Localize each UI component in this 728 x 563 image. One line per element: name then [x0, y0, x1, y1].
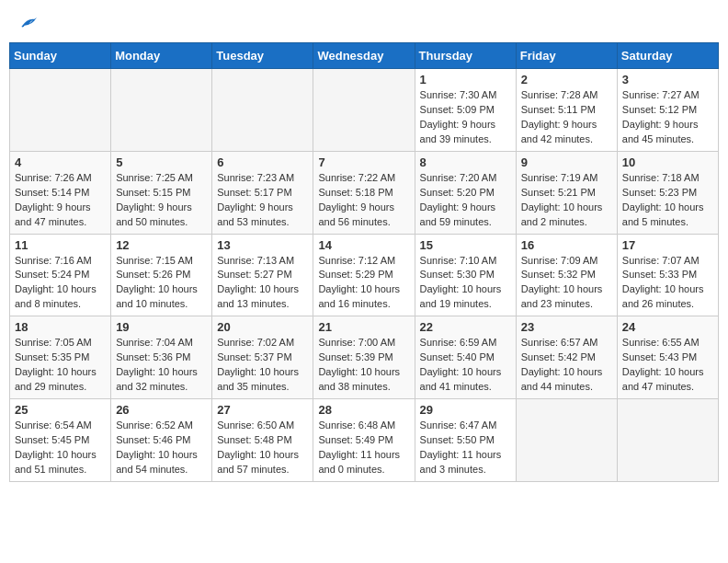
day-info: Sunrise: 7:27 AM Sunset: 5:12 PM Dayligh…	[622, 88, 713, 147]
day-number: 27	[217, 403, 308, 417]
day-number: 2	[521, 73, 612, 86]
calendar-cell: 1Sunrise: 7:30 AM Sunset: 5:09 PM Daylig…	[415, 69, 516, 152]
weekday-header-wednesday: Wednesday	[313, 43, 415, 69]
day-info: Sunrise: 6:59 AM Sunset: 5:40 PM Dayligh…	[420, 336, 511, 395]
day-number: 16	[521, 238, 612, 252]
day-number: 4	[15, 155, 106, 169]
calendar-cell: 18Sunrise: 7:05 AM Sunset: 5:35 PM Dayli…	[10, 316, 111, 399]
calendar-cell	[313, 69, 415, 152]
weekday-header-saturday: Saturday	[617, 43, 718, 69]
calendar-cell: 27Sunrise: 6:50 AM Sunset: 5:48 PM Dayli…	[212, 399, 313, 482]
calendar-week-2: 4Sunrise: 7:26 AM Sunset: 5:14 PM Daylig…	[10, 151, 719, 234]
day-number: 9	[521, 155, 612, 169]
day-info: Sunrise: 7:22 AM Sunset: 5:18 PM Dayligh…	[318, 171, 409, 230]
calendar-cell	[617, 399, 718, 482]
day-number: 11	[15, 238, 106, 252]
calendar-cell: 3Sunrise: 7:27 AM Sunset: 5:12 PM Daylig…	[617, 69, 718, 152]
logo-bird-icon	[18, 13, 37, 31]
day-info: Sunrise: 7:26 AM Sunset: 5:14 PM Dayligh…	[15, 171, 106, 230]
day-info: Sunrise: 7:07 AM Sunset: 5:33 PM Dayligh…	[622, 254, 713, 313]
calendar-week-5: 25Sunrise: 6:54 AM Sunset: 5:45 PM Dayli…	[10, 399, 719, 482]
day-info: Sunrise: 6:47 AM Sunset: 5:50 PM Dayligh…	[420, 419, 511, 477]
day-info: Sunrise: 7:18 AM Sunset: 5:23 PM Dayligh…	[622, 171, 713, 230]
calendar-cell: 28Sunrise: 6:48 AM Sunset: 5:49 PM Dayli…	[313, 399, 415, 482]
day-info: Sunrise: 7:02 AM Sunset: 5:37 PM Dayligh…	[217, 336, 308, 395]
day-number: 15	[420, 238, 511, 252]
day-number: 6	[217, 155, 308, 169]
day-number: 29	[420, 403, 511, 417]
day-info: Sunrise: 7:04 AM Sunset: 5:36 PM Dayligh…	[116, 336, 207, 395]
calendar-cell	[111, 69, 212, 152]
calendar-cell: 19Sunrise: 7:04 AM Sunset: 5:36 PM Dayli…	[111, 316, 212, 399]
day-number: 21	[318, 320, 409, 334]
calendar-cell: 23Sunrise: 6:57 AM Sunset: 5:42 PM Dayli…	[516, 316, 617, 399]
day-number: 19	[116, 320, 207, 334]
day-info: Sunrise: 7:23 AM Sunset: 5:17 PM Dayligh…	[217, 171, 308, 230]
calendar-week-3: 11Sunrise: 7:16 AM Sunset: 5:24 PM Dayli…	[10, 234, 719, 316]
day-info: Sunrise: 7:00 AM Sunset: 5:39 PM Dayligh…	[318, 336, 409, 395]
calendar-cell	[212, 69, 313, 152]
day-number: 7	[318, 155, 409, 169]
day-number: 20	[217, 320, 308, 334]
weekday-header-friday: Friday	[516, 43, 617, 69]
day-number: 26	[116, 403, 207, 417]
calendar-cell: 10Sunrise: 7:18 AM Sunset: 5:23 PM Dayli…	[617, 151, 718, 234]
day-info: Sunrise: 7:09 AM Sunset: 5:32 PM Dayligh…	[521, 254, 612, 313]
day-info: Sunrise: 7:15 AM Sunset: 5:26 PM Dayligh…	[116, 254, 207, 313]
day-number: 28	[318, 403, 409, 417]
weekday-header-monday: Monday	[111, 43, 212, 69]
day-info: Sunrise: 6:52 AM Sunset: 5:46 PM Dayligh…	[116, 419, 207, 477]
day-number: 12	[116, 238, 207, 252]
day-info: Sunrise: 7:16 AM Sunset: 5:24 PM Dayligh…	[15, 254, 106, 313]
calendar-week-1: 1Sunrise: 7:30 AM Sunset: 5:09 PM Daylig…	[10, 69, 719, 152]
day-number: 10	[622, 155, 713, 169]
calendar-cell: 8Sunrise: 7:20 AM Sunset: 5:20 PM Daylig…	[415, 151, 516, 234]
weekday-header-tuesday: Tuesday	[212, 43, 313, 69]
day-info: Sunrise: 7:25 AM Sunset: 5:15 PM Dayligh…	[116, 171, 207, 230]
calendar-cell: 5Sunrise: 7:25 AM Sunset: 5:15 PM Daylig…	[111, 151, 212, 234]
weekday-header-sunday: Sunday	[10, 43, 111, 69]
calendar-week-4: 18Sunrise: 7:05 AM Sunset: 5:35 PM Dayli…	[10, 316, 719, 399]
day-number: 13	[217, 238, 308, 252]
day-number: 23	[521, 320, 612, 334]
weekday-header-row: SundayMondayTuesdayWednesdayThursdayFrid…	[10, 43, 719, 69]
day-number: 18	[15, 320, 106, 334]
day-info: Sunrise: 7:28 AM Sunset: 5:11 PM Dayligh…	[521, 88, 612, 147]
calendar-cell: 11Sunrise: 7:16 AM Sunset: 5:24 PM Dayli…	[10, 234, 111, 316]
calendar-cell: 17Sunrise: 7:07 AM Sunset: 5:33 PM Dayli…	[617, 234, 718, 316]
day-info: Sunrise: 6:50 AM Sunset: 5:48 PM Dayligh…	[217, 419, 308, 477]
day-number: 5	[116, 155, 207, 169]
calendar-cell: 21Sunrise: 7:00 AM Sunset: 5:39 PM Dayli…	[313, 316, 415, 399]
calendar-cell: 12Sunrise: 7:15 AM Sunset: 5:26 PM Dayli…	[111, 234, 212, 316]
day-info: Sunrise: 6:54 AM Sunset: 5:45 PM Dayligh…	[15, 419, 106, 477]
day-number: 24	[622, 320, 713, 334]
day-info: Sunrise: 7:05 AM Sunset: 5:35 PM Dayligh…	[15, 336, 106, 395]
day-info: Sunrise: 6:48 AM Sunset: 5:49 PM Dayligh…	[318, 419, 409, 477]
calendar-cell: 15Sunrise: 7:10 AM Sunset: 5:30 PM Dayli…	[415, 234, 516, 316]
calendar-cell: 7Sunrise: 7:22 AM Sunset: 5:18 PM Daylig…	[313, 151, 415, 234]
day-info: Sunrise: 7:30 AM Sunset: 5:09 PM Dayligh…	[420, 88, 511, 147]
day-number: 14	[318, 238, 409, 252]
day-number: 1	[420, 73, 511, 86]
day-number: 25	[15, 403, 106, 417]
calendar-cell	[516, 399, 617, 482]
calendar-cell	[10, 69, 111, 152]
calendar-table: SundayMondayTuesdayWednesdayThursdayFrid…	[9, 42, 719, 482]
calendar-cell: 14Sunrise: 7:12 AM Sunset: 5:29 PM Dayli…	[313, 234, 415, 316]
calendar-cell: 24Sunrise: 6:55 AM Sunset: 5:43 PM Dayli…	[617, 316, 718, 399]
calendar-cell: 13Sunrise: 7:13 AM Sunset: 5:27 PM Dayli…	[212, 234, 313, 316]
day-number: 22	[420, 320, 511, 334]
calendar-cell: 2Sunrise: 7:28 AM Sunset: 5:11 PM Daylig…	[516, 69, 617, 152]
page-header	[9, 9, 719, 35]
calendar-cell: 6Sunrise: 7:23 AM Sunset: 5:17 PM Daylig…	[212, 151, 313, 234]
calendar-cell: 29Sunrise: 6:47 AM Sunset: 5:50 PM Dayli…	[415, 399, 516, 482]
day-number: 8	[420, 155, 511, 169]
calendar-cell: 26Sunrise: 6:52 AM Sunset: 5:46 PM Dayli…	[111, 399, 212, 482]
calendar-cell: 9Sunrise: 7:19 AM Sunset: 5:21 PM Daylig…	[516, 151, 617, 234]
calendar-cell: 25Sunrise: 6:54 AM Sunset: 5:45 PM Dayli…	[10, 399, 111, 482]
day-number: 3	[622, 73, 713, 86]
day-info: Sunrise: 7:12 AM Sunset: 5:29 PM Dayligh…	[318, 254, 409, 313]
logo	[17, 13, 37, 31]
day-info: Sunrise: 7:10 AM Sunset: 5:30 PM Dayligh…	[420, 254, 511, 313]
day-info: Sunrise: 7:13 AM Sunset: 5:27 PM Dayligh…	[217, 254, 308, 313]
